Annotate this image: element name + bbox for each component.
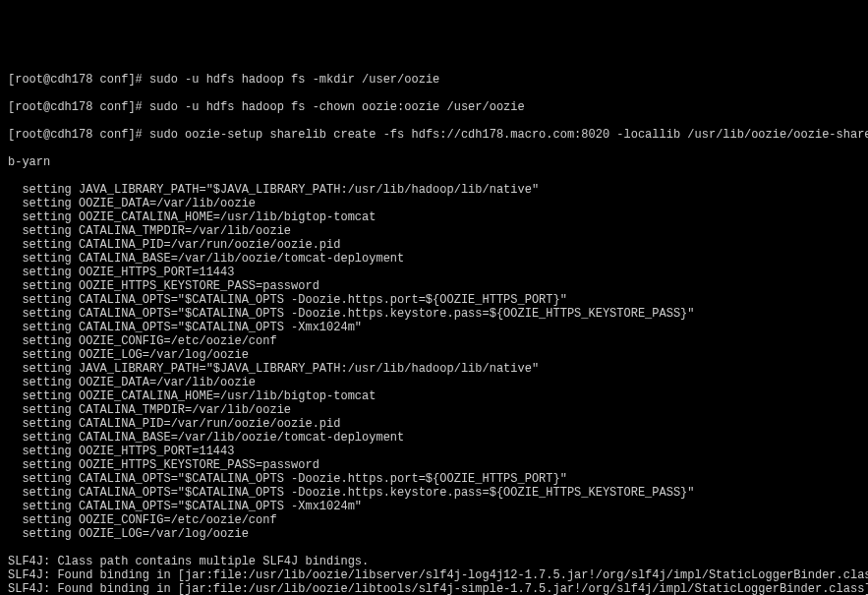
slf4j-line: SLF4J: Found binding in [jar:file:/usr/l… (8, 582, 860, 595)
terminal-output[interactable]: [root@cdh178 conf]# sudo -u hdfs hadoop … (8, 59, 860, 595)
setting-line: setting JAVA_LIBRARY_PATH="$JAVA_LIBRARY… (8, 183, 860, 197)
command-text: b-yarn (8, 155, 50, 169)
setting-line: setting OOZIE_CONFIG=/etc/oozie/conf (8, 334, 860, 348)
command-text: sudo oozie-setup sharelib create -fs hdf… (149, 128, 868, 142)
setting-line: setting CATALINA_OPTS="$CATALINA_OPTS -D… (8, 486, 860, 500)
command-text: sudo -u hdfs hadoop fs -mkdir /user/oozi… (149, 73, 439, 87)
setting-line: setting CATALINA_OPTS="$CATALINA_OPTS -D… (8, 307, 860, 321)
setting-line: setting CATALINA_TMPDIR=/var/lib/oozie (8, 403, 860, 417)
setting-line: setting OOZIE_HTTPS_PORT=11443 (8, 266, 860, 279)
setting-line: setting CATALINA_OPTS="$CATALINA_OPTS -X… (8, 500, 860, 513)
command-text: sudo -u hdfs hadoop fs -chown oozie:oozi… (149, 100, 525, 114)
setting-line: setting CATALINA_OPTS="$CATALINA_OPTS -D… (8, 472, 860, 486)
setting-line: setting OOZIE_DATA=/var/lib/oozie (8, 376, 860, 389)
setting-line: setting CATALINA_OPTS="$CATALINA_OPTS -X… (8, 321, 860, 334)
command-line-2: [root@cdh178 conf]# sudo -u hdfs hadoop … (8, 100, 860, 114)
prompt: [root@cdh178 conf]# (8, 73, 149, 87)
setting-line: setting CATALINA_OPTS="$CATALINA_OPTS -D… (8, 293, 860, 307)
setting-line: setting CATALINA_BASE=/var/lib/oozie/tom… (8, 431, 860, 445)
setting-line: setting OOZIE_LOG=/var/log/oozie (8, 527, 860, 541)
setting-line: setting OOZIE_HTTPS_PORT=11443 (8, 445, 860, 458)
setting-line: setting CATALINA_BASE=/var/lib/oozie/tom… (8, 252, 860, 266)
prompt: [root@cdh178 conf]# (8, 100, 149, 114)
setting-line: setting OOZIE_CATALINA_HOME=/usr/lib/big… (8, 210, 860, 224)
setting-line: setting OOZIE_CONFIG=/etc/oozie/conf (8, 513, 860, 527)
slf4j-line: SLF4J: Found binding in [jar:file:/usr/l… (8, 568, 860, 582)
command-line-3: [root@cdh178 conf]# sudo oozie-setup sha… (8, 128, 860, 142)
setting-line: setting CATALINA_PID=/var/run/oozie/oozi… (8, 238, 860, 252)
command-line-3-cont: b-yarn (8, 155, 860, 169)
setting-line: setting OOZIE_DATA=/var/lib/oozie (8, 197, 860, 210)
setting-line: setting OOZIE_LOG=/var/log/oozie (8, 348, 860, 362)
prompt: [root@cdh178 conf]# (8, 128, 149, 142)
setting-line: setting JAVA_LIBRARY_PATH="$JAVA_LIBRARY… (8, 362, 860, 376)
setting-line: setting OOZIE_HTTPS_KEYSTORE_PASS=passwo… (8, 279, 860, 293)
command-line-1: [root@cdh178 conf]# sudo -u hdfs hadoop … (8, 73, 860, 87)
setting-line: setting CATALINA_TMPDIR=/var/lib/oozie (8, 224, 860, 238)
setting-line: setting OOZIE_CATALINA_HOME=/usr/lib/big… (8, 389, 860, 403)
setting-line: setting CATALINA_PID=/var/run/oozie/oozi… (8, 417, 860, 431)
slf4j-line: SLF4J: Class path contains multiple SLF4… (8, 555, 860, 568)
setting-line: setting OOZIE_HTTPS_KEYSTORE_PASS=passwo… (8, 458, 860, 472)
